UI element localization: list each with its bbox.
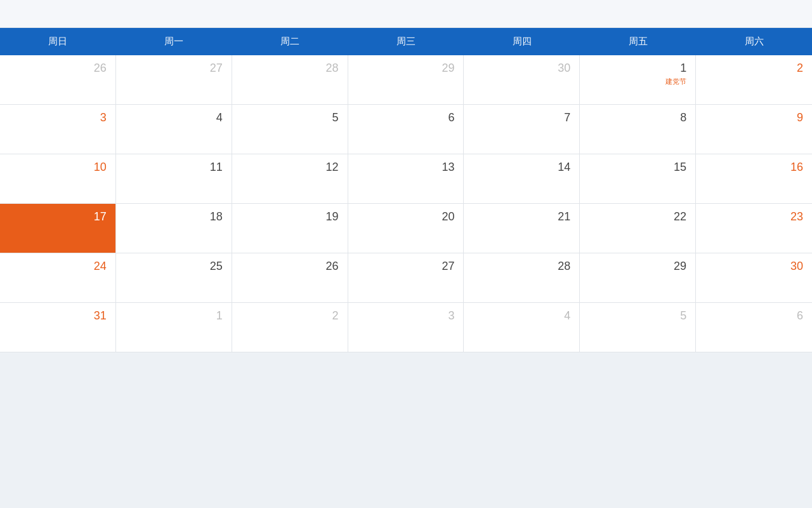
day-number: 2 — [332, 309, 339, 323]
day-number: 1 — [216, 309, 223, 323]
day-cell[interactable]: 26 — [232, 253, 348, 303]
day-cell[interactable]: 12 — [232, 154, 348, 204]
day-cell[interactable]: 6 — [348, 105, 464, 154]
day-cell[interactable]: 29 — [580, 253, 696, 303]
day-cell[interactable]: 30 — [696, 253, 812, 303]
day-number: 28 — [326, 62, 339, 76]
day-number: 25 — [210, 260, 223, 274]
day-number: 11 — [210, 161, 223, 175]
day-number: 19 — [326, 210, 339, 224]
day-cell[interactable]: 25 — [116, 253, 232, 303]
day-cell[interactable]: 1 — [116, 303, 232, 352]
day-cell[interactable]: 17 — [0, 204, 116, 253]
day-cell[interactable]: 22 — [580, 204, 696, 253]
day-number: 5 — [332, 111, 339, 125]
next-month-button[interactable] — [784, 11, 799, 17]
weekday-header: 周一 — [116, 28, 232, 55]
day-number: 22 — [674, 210, 686, 224]
day-cell[interactable]: 27 — [116, 55, 232, 105]
day-number: 12 — [326, 161, 339, 175]
holiday-label: 建党节 — [665, 77, 686, 86]
day-cell[interactable]: 8 — [580, 105, 696, 154]
days-grid: 26272829301建党节23456789101112131415161718… — [0, 55, 812, 352]
day-cell[interactable]: 2 — [696, 55, 812, 105]
day-number: 26 — [326, 260, 339, 274]
day-cell[interactable]: 28 — [464, 253, 580, 303]
day-cell[interactable]: 4 — [464, 303, 580, 352]
day-number: 16 — [790, 161, 803, 175]
day-number: 8 — [680, 111, 686, 125]
day-number: 2 — [797, 62, 803, 76]
day-number: 24 — [94, 260, 107, 274]
day-cell[interactable]: 20 — [348, 204, 464, 253]
day-number: 21 — [558, 210, 570, 224]
day-number: 15 — [674, 161, 686, 175]
day-number: 30 — [790, 260, 803, 274]
weekday-header: 周二 — [232, 28, 348, 55]
day-cell[interactable]: 7 — [464, 105, 580, 154]
day-number: 4 — [216, 111, 223, 125]
day-cell[interactable]: 21 — [464, 204, 580, 253]
day-cell[interactable]: 2 — [232, 303, 348, 352]
day-cell[interactable]: 27 — [348, 253, 464, 303]
day-number: 28 — [558, 260, 570, 274]
day-number: 29 — [442, 62, 454, 76]
day-number: 6 — [448, 111, 454, 125]
day-cell[interactable]: 3 — [0, 105, 116, 154]
day-cell[interactable]: 11 — [116, 154, 232, 204]
day-cell[interactable]: 19 — [232, 204, 348, 253]
day-number: 10 — [94, 161, 107, 175]
day-cell[interactable]: 13 — [348, 154, 464, 204]
day-number: 14 — [558, 161, 570, 175]
day-cell[interactable]: 5 — [232, 105, 348, 154]
weekday-header: 周日 — [0, 28, 116, 55]
day-number: 6 — [797, 309, 803, 323]
day-cell[interactable]: 10 — [0, 154, 116, 204]
calendar-header — [0, 0, 812, 28]
day-cell[interactable]: 16 — [696, 154, 812, 204]
day-number: 31 — [94, 309, 107, 323]
day-cell[interactable]: 23 — [696, 204, 812, 253]
day-cell[interactable]: 3 — [348, 303, 464, 352]
weekday-header: 周六 — [696, 28, 812, 55]
calendar-container: 周日周一周二周三周四周五周六 26272829301建党节23456789101… — [0, 0, 812, 352]
day-number: 7 — [564, 111, 570, 125]
day-cell[interactable]: 9 — [696, 105, 812, 154]
day-cell[interactable]: 18 — [116, 204, 232, 253]
day-number: 27 — [210, 62, 223, 76]
day-number: 27 — [442, 260, 454, 274]
weekdays-row: 周日周一周二周三周四周五周六 — [0, 28, 812, 55]
bottom-area — [0, 352, 812, 508]
weekday-header: 周五 — [580, 28, 696, 55]
day-number: 9 — [797, 111, 803, 125]
day-cell[interactable]: 26 — [0, 55, 116, 105]
day-cell[interactable]: 15 — [580, 154, 696, 204]
weekday-header: 周四 — [464, 28, 580, 55]
day-number: 5 — [680, 309, 686, 323]
day-number: 3 — [100, 111, 107, 125]
day-cell[interactable]: 24 — [0, 253, 116, 303]
day-cell[interactable]: 31 — [0, 303, 116, 352]
day-number: 23 — [790, 210, 803, 224]
day-number: 26 — [94, 62, 107, 76]
day-number: 29 — [674, 260, 686, 274]
day-cell[interactable]: 6 — [696, 303, 812, 352]
day-cell[interactable]: 1建党节 — [580, 55, 696, 105]
day-cell[interactable]: 5 — [580, 303, 696, 352]
day-number: 18 — [210, 210, 223, 224]
day-cell[interactable]: 4 — [116, 105, 232, 154]
day-number: 1 — [680, 62, 686, 76]
day-number: 20 — [442, 210, 454, 224]
day-cell[interactable]: 28 — [232, 55, 348, 105]
day-cell[interactable]: 29 — [348, 55, 464, 105]
day-number: 30 — [558, 62, 570, 76]
day-cell[interactable]: 30 — [464, 55, 580, 105]
day-number-today: 17 — [94, 210, 107, 224]
day-number: 13 — [442, 161, 454, 175]
day-cell[interactable]: 14 — [464, 154, 580, 204]
prev-month-button[interactable] — [13, 11, 28, 17]
day-number: 3 — [448, 309, 454, 323]
day-number: 4 — [564, 309, 570, 323]
weekday-header: 周三 — [348, 28, 464, 55]
